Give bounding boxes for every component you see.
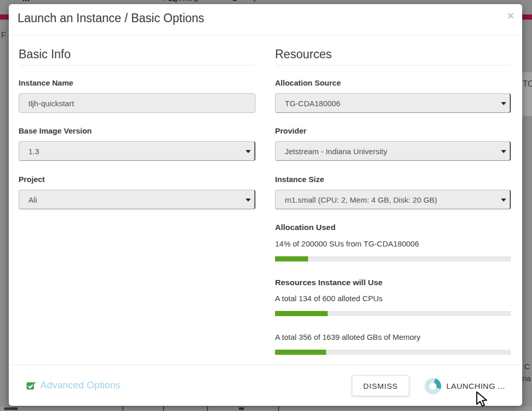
background-text-fragment: C [524,362,530,371]
table-gridline [163,406,164,411]
resources-heading: Resources [275,47,511,65]
bar-chart-icon [23,0,30,1]
nav-item-label: Images [180,0,207,2]
table-gridline [207,406,208,411]
modal-header: Launch an Instance / Basic Options × [9,4,522,36]
memory-usage-progressbar [275,350,511,355]
background-button-sliver [522,72,532,116]
background-text-fragment: na [522,374,531,383]
advanced-options-link[interactable]: Advanced Options [26,380,120,391]
allocation-used-text: 14% of 200000 SUs from TG-CDA180006 [275,239,511,248]
chevron-down-icon [501,199,506,202]
resources-column: Resources Allocation Source TG-CDA180006… [275,43,511,355]
chevron-down-icon [501,102,506,105]
background-navbar: Dashboard ✎ Projects Images ? Help [0,0,532,4]
instance-usage-heading: Resources Instance will Use [275,278,511,287]
table-gridline [122,406,123,411]
chevron-down-icon [246,199,251,202]
instance-size-select[interactable]: m1.small (CPU: 2, Mem: 4 GB, Disk: 20 GB… [275,190,511,209]
memory-usage-text: A total 356 of 1639 alloted GBs of Memor… [275,333,511,341]
selected-value: 1.3 [28,147,39,156]
nav-item-label: Dashboard [34,0,74,2]
launch-button-label: LAUNCHING ... [446,382,505,391]
nav-item-help[interactable]: ? Help [231,0,259,2]
screen: Dashboard ✎ Projects Images ? Help F TO … [0,0,532,411]
allocation-source-select[interactable]: TG-CDA180006 [275,93,511,113]
selected-value: m1.small (CPU: 2, Mem: 4 GB, Disk: 20 GB… [285,195,437,204]
allocation-used-progressbar [275,256,511,261]
pencil-icon: ✎ [153,0,159,2]
base-image-version-select[interactable]: 1.3 [19,141,255,161]
background-text-fragment: TO [523,79,532,89]
nav-item-label: Help [241,0,259,2]
launch-instance-modal: Launch an Instance / Basic Options × Bas… [9,4,522,406]
allocation-used-heading: Allocation Used [275,223,511,232]
selected-value: Ali [28,195,37,204]
instance-name-input[interactable] [19,93,255,113]
project-select[interactable]: Ali [19,190,255,209]
help-icon: ? [231,0,238,1]
background-text-fragment: F [1,31,6,40]
provider-select[interactable]: Jetstream - Indiana University [275,141,511,161]
modal-title: Launch an Instance / Basic Options [18,11,204,25]
progress-fill [275,311,328,316]
nav-item-images[interactable]: Images [169,0,207,2]
chevron-down-icon [246,150,251,153]
project-label: Project [19,175,255,184]
launch-button[interactable]: LAUNCHING ... [422,374,508,399]
chevron-down-icon [501,150,506,153]
clipped-text [4,407,18,410]
mouse-cursor-icon [475,391,490,410]
modal-footer: Advanced Options DISMISS LAUNCHING ... [9,365,522,406]
dismiss-button[interactable]: DISMISS [352,375,409,396]
base-image-version-label: Base Image Version [19,126,255,135]
nav-item-dashboard[interactable]: Dashboard [23,0,74,2]
advanced-options-label: Advanced Options [40,380,120,391]
cpu-usage-text: A total 134 of 600 alloted CPUs [275,294,511,303]
instance-name-label: Instance Name [19,78,255,87]
provider-label: Provider [275,126,511,135]
checked-checkbox-icon [26,381,36,390]
columns-icon [169,0,177,1]
cpu-usage-progressbar [275,311,511,316]
loading-spinner-icon [425,378,441,394]
instance-size-label: Instance Size [275,175,511,184]
clipped-text [239,407,244,410]
selected-value: TG-CDA180006 [285,99,341,108]
allocation-source-label: Allocation Source [275,78,511,87]
selected-value: Jetstream - Indiana University [285,147,387,156]
basic-info-column: Basic Info Instance Name Base Image Vers… [19,43,255,209]
table-gridline [278,406,279,411]
background-table-sliver [0,406,532,411]
close-icon[interactable]: × [507,10,514,22]
basic-info-heading: Basic Info [19,47,255,65]
progress-fill [275,256,308,261]
progress-fill [275,350,326,355]
